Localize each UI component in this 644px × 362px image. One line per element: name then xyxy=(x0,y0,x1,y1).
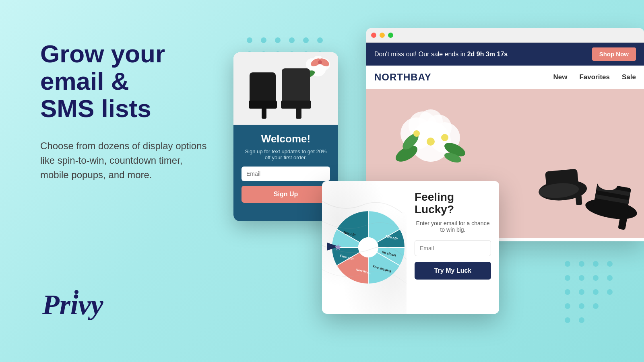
svg-text:Privy: Privy xyxy=(42,289,104,320)
svg-point-19 xyxy=(593,261,599,267)
browser-titlebar xyxy=(366,28,644,43)
nav-new[interactable]: New xyxy=(553,73,567,81)
browser-dot-yellow xyxy=(380,33,385,38)
svg-point-49 xyxy=(413,130,420,137)
svg-point-31 xyxy=(593,303,599,309)
feeling-lucky-subtitle: Enter your email for a chance to win big… xyxy=(415,220,491,233)
svg-point-18 xyxy=(579,261,584,267)
svg-point-23 xyxy=(593,275,599,281)
dots-bottom-right xyxy=(559,256,640,338)
feeling-title-line2: Lucky? xyxy=(415,203,454,216)
svg-point-21 xyxy=(565,275,570,281)
subtext: Choose from dozens of display options li… xyxy=(40,139,209,182)
main-heading: Grow your email & SMS lists xyxy=(40,40,242,123)
svg-rect-71 xyxy=(262,107,266,119)
svg-point-27 xyxy=(593,289,599,295)
svg-point-4 xyxy=(303,37,309,43)
popup-welcome-title: Welcome! xyxy=(261,133,310,145)
nav-favorites[interactable]: Favorites xyxy=(579,73,610,81)
wheel-star-indicator: ★ xyxy=(334,242,342,253)
heading-line3: SMS lists xyxy=(40,95,151,122)
svg-point-30 xyxy=(579,303,584,309)
spin-wheel-section: ★ xyxy=(322,181,407,314)
svg-point-22 xyxy=(579,275,584,281)
left-content-section: Grow your email & SMS lists Choose from … xyxy=(40,40,242,182)
svg-point-0 xyxy=(247,37,252,43)
feeling-lucky-title: Feeling Lucky? xyxy=(415,191,491,216)
browser-dot-red xyxy=(371,33,376,38)
spin-form-section: Feeling Lucky? Enter your email for a ch… xyxy=(407,181,499,314)
countdown: 2d 9h 3m 17s xyxy=(467,51,508,58)
browser-dot-green xyxy=(388,33,393,38)
svg-point-1 xyxy=(261,37,266,43)
svg-point-29 xyxy=(565,303,570,309)
spin-wheel-popup: ★ xyxy=(322,181,499,314)
popup-subtitle: Sign up for text updates to get 20% off … xyxy=(242,148,330,160)
svg-point-48 xyxy=(427,138,435,146)
svg-point-35 xyxy=(74,290,78,294)
browser-banner: Don't miss out! Our sale ends in 2d 9h 3… xyxy=(366,43,644,66)
privy-logo: Privy xyxy=(40,288,129,322)
popup-email-input[interactable] xyxy=(242,167,330,181)
northbay-logo: NORTHBAY xyxy=(374,72,431,83)
nav-sale[interactable]: Sale xyxy=(622,73,636,81)
heading-line1: Grow your xyxy=(40,40,165,68)
svg-point-20 xyxy=(607,261,613,267)
svg-point-17 xyxy=(565,261,570,267)
lucky-email-input[interactable] xyxy=(415,240,491,256)
nav-links: New Favorites Sale xyxy=(553,73,636,81)
svg-point-32 xyxy=(565,317,570,323)
svg-point-50 xyxy=(441,134,448,141)
feeling-title-line1: Feeling xyxy=(415,191,454,203)
svg-point-5 xyxy=(317,37,323,43)
browser-nav: NORTHBAY New Favorites Sale xyxy=(366,66,644,89)
bow-decoration xyxy=(310,56,330,70)
popup-signup-button[interactable]: Sign Up xyxy=(242,186,330,203)
svg-point-2 xyxy=(275,37,281,43)
svg-point-43 xyxy=(419,109,443,134)
svg-point-28 xyxy=(607,289,613,295)
svg-rect-74 xyxy=(296,107,301,119)
svg-point-24 xyxy=(607,275,613,281)
heading-line2: email & xyxy=(40,67,129,95)
shop-now-button[interactable]: Shop Now xyxy=(592,47,636,61)
svg-point-63 xyxy=(318,60,322,64)
heeled-shoes xyxy=(527,138,644,238)
popup-image xyxy=(233,52,338,125)
svg-point-3 xyxy=(289,37,295,43)
svg-point-33 xyxy=(579,317,584,323)
banner-text: Don't miss out! Our sale ends in 2d 9h 3… xyxy=(374,51,508,58)
try-luck-button[interactable]: Try My Luck xyxy=(415,262,491,280)
svg-point-26 xyxy=(579,289,584,295)
svg-point-25 xyxy=(565,289,570,295)
